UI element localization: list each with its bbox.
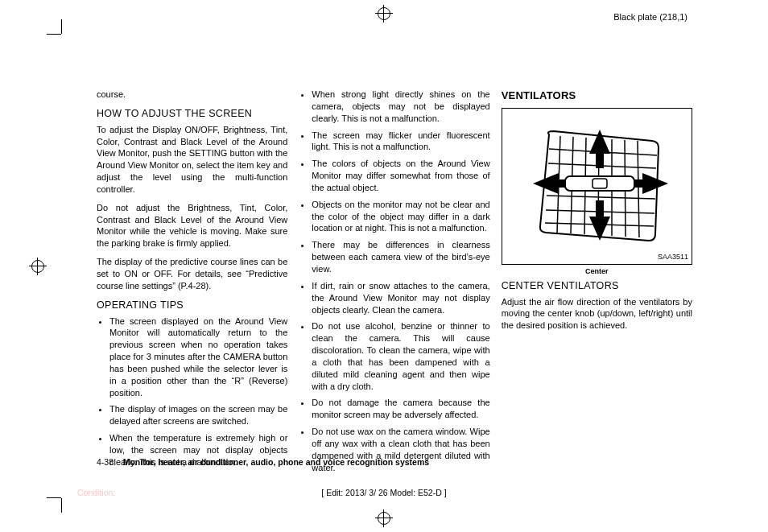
bullet-item: Do not damage the camera because the mon…	[312, 397, 489, 421]
page-footer: 4-38 Monitor, heater, air conditioner, a…	[97, 456, 692, 468]
edit-info: [ Edit: 2013/ 3/ 26 Model: E52-D ]	[0, 487, 768, 498]
lead-fragment: course.	[97, 89, 287, 101]
column-3: VENTILATORS	[502, 89, 692, 459]
crop-mark	[61, 498, 62, 513]
para: Do not adjust the Brightness, Tint, Colo…	[97, 202, 287, 250]
page-number: 4-38	[97, 457, 114, 467]
para: To adjust the Display ON/OFF, Brightness…	[97, 124, 287, 196]
crop-mark	[61, 19, 62, 34]
bullet-item: The screen displayed on the Around View …	[109, 315, 287, 399]
column-2: When strong light directly shines on the…	[299, 89, 489, 459]
heading-center-ventilators: CENTER VENTILATORS	[502, 279, 692, 293]
bullet-item: Do not use alcohol, benzine or thinner t…	[312, 320, 489, 392]
heading-operating-tips: OPERATING TIPS	[97, 299, 287, 312]
bullet-item: The display of images on the screen may …	[109, 403, 287, 427]
bullet-item: There may be differences in clearness be…	[312, 239, 489, 275]
bullet-item: When strong light directly shines on the…	[312, 89, 489, 125]
svg-rect-13	[593, 179, 607, 188]
heading-how-to-adjust: HOW TO ADJUST THE SCREEN	[97, 107, 287, 121]
bullet-item: If dirt, rain or snow attaches to the ca…	[312, 280, 489, 316]
chapter-title: Monitor, heater, air conditioner, audio,…	[123, 457, 429, 467]
page: Black plate (218,1) course. HOW TO ADJUS…	[0, 0, 768, 532]
figure-center-ventilator: SAA3511	[502, 108, 692, 265]
bullet-list: When strong light directly shines on the…	[299, 89, 489, 473]
bullet-item: The screen may flicker under fluorescent…	[312, 130, 489, 154]
registration-mark-bottom	[375, 509, 393, 527]
registration-mark-top	[375, 5, 393, 23]
crop-mark	[47, 34, 61, 35]
plate-label: Black plate (218,1)	[613, 11, 687, 23]
ventilator-diagram-icon	[526, 120, 671, 249]
registration-mark-left	[29, 258, 47, 275]
column-1: course. HOW TO ADJUST THE SCREEN To adju…	[97, 89, 287, 459]
bullet-item: The colors of objects on the Around View…	[312, 158, 489, 194]
para: The display of the predictive course lin…	[97, 256, 287, 292]
para: Adjust the air flow direction of the ven…	[502, 296, 692, 332]
content-columns: course. HOW TO ADJUST THE SCREEN To adju…	[97, 89, 692, 459]
bullet-list: The screen displayed on the Around View …	[97, 315, 287, 468]
figure-caption: Center	[502, 266, 692, 276]
figure-code: SAA3511	[658, 252, 688, 262]
section-heading-ventilators: VENTILATORS	[502, 89, 692, 103]
bullet-item: Objects on the monitor may not be clear …	[312, 199, 489, 235]
